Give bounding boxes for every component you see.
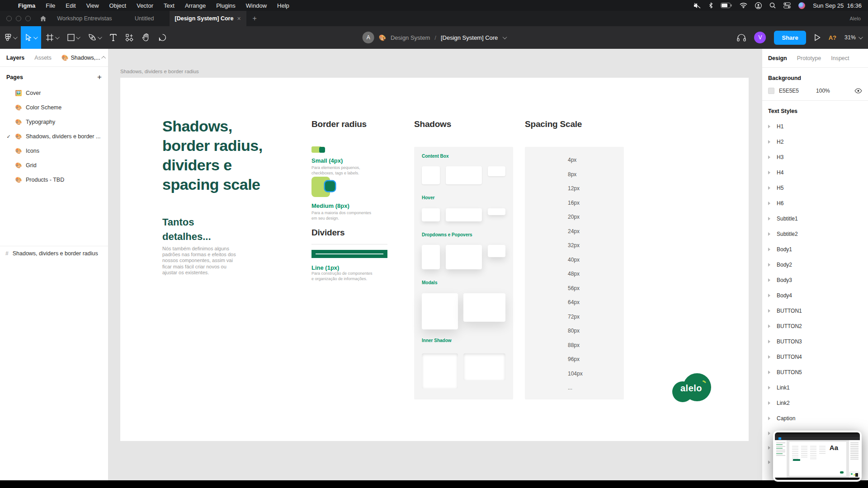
zoom-window-button[interactable] bbox=[25, 16, 31, 21]
tab-assets[interactable]: Assets bbox=[34, 55, 52, 61]
tab-design[interactable]: Design bbox=[768, 55, 787, 61]
chevron-down-icon[interactable] bbox=[98, 35, 102, 39]
radius-small-sample-overlay[interactable] bbox=[319, 147, 325, 153]
file-tab[interactable]: Untitled × bbox=[127, 11, 170, 26]
disclosure-triangle-icon[interactable] bbox=[768, 446, 770, 450]
shadow-sample[interactable] bbox=[422, 353, 458, 389]
disclosure-triangle-icon[interactable] bbox=[768, 371, 770, 374]
zoom-menu[interactable]: 31% bbox=[844, 34, 862, 41]
tab-layers[interactable]: Layers bbox=[6, 55, 24, 61]
disclosure-triangle-icon[interactable] bbox=[768, 125, 770, 128]
text-style-row[interactable]: H4 bbox=[762, 165, 868, 180]
disclosure-triangle-icon[interactable] bbox=[768, 309, 770, 313]
shadow-sample[interactable] bbox=[463, 293, 505, 322]
selected-frame-row[interactable]: # Shadows, dividers e border radius bbox=[0, 246, 108, 260]
text-style-row[interactable]: Link1 bbox=[762, 380, 868, 395]
text-style-row[interactable]: Link2 bbox=[762, 395, 868, 411]
breadcrumb-project[interactable]: Design System bbox=[391, 34, 430, 41]
disclosure-triangle-icon[interactable] bbox=[768, 417, 770, 420]
shadow-sample[interactable] bbox=[446, 245, 482, 269]
text-style-row[interactable]: H3 bbox=[762, 150, 868, 165]
home-button[interactable] bbox=[36, 11, 50, 26]
text-style-row[interactable]: BUTTON3 bbox=[762, 334, 868, 349]
text-style-row[interactable]: Caption bbox=[762, 411, 868, 426]
missing-fonts-badge[interactable]: A? bbox=[829, 34, 836, 41]
text-style-row[interactable]: Subtitle1 bbox=[762, 211, 868, 226]
minimize-window-button[interactable] bbox=[16, 16, 21, 21]
shape-tool-button[interactable] bbox=[63, 26, 84, 49]
shadow-sample[interactable] bbox=[463, 353, 505, 380]
main-menu-button[interactable] bbox=[0, 26, 21, 49]
page-row[interactable]: ✓ 🎨 Products - TBD bbox=[0, 173, 108, 187]
battery-icon[interactable] bbox=[721, 3, 732, 8]
color-swatch[interactable] bbox=[768, 88, 774, 94]
menu-item[interactable]: Object bbox=[109, 2, 127, 9]
shadow-sample[interactable] bbox=[488, 166, 505, 176]
chevron-down-icon[interactable] bbox=[76, 35, 80, 39]
text-style-row[interactable]: Body4 bbox=[762, 288, 868, 303]
menu-item[interactable]: Help bbox=[277, 2, 289, 9]
menu-item[interactable]: Window bbox=[246, 2, 267, 9]
bluetooth-icon[interactable] bbox=[709, 2, 713, 9]
disclosure-triangle-icon[interactable] bbox=[768, 401, 770, 405]
menu-bar-clock[interactable]: Sun Sep 25 16:36 bbox=[813, 2, 862, 9]
disclosure-triangle-icon[interactable] bbox=[768, 232, 770, 236]
background-hex-value[interactable]: E5E5E5 bbox=[779, 88, 799, 94]
current-user-avatar[interactable]: V bbox=[754, 32, 766, 43]
menu-item[interactable]: Text bbox=[164, 2, 175, 9]
divider-sample[interactable] bbox=[311, 250, 387, 258]
text-tool-button[interactable] bbox=[105, 26, 121, 49]
page-row[interactable]: ✓ 🎨 Grid bbox=[0, 158, 108, 173]
menu-item[interactable]: Vector bbox=[137, 2, 153, 9]
text-style-row[interactable]: Body1 bbox=[762, 242, 868, 257]
text-style-row[interactable]: Body3 bbox=[762, 272, 868, 288]
disclosure-triangle-icon[interactable] bbox=[768, 155, 770, 159]
add-page-button[interactable]: + bbox=[97, 73, 102, 82]
text-style-row[interactable]: Subtitle2 bbox=[762, 226, 868, 242]
chevron-down-icon[interactable] bbox=[55, 35, 60, 39]
radius-medium-sample-selected[interactable] bbox=[325, 181, 335, 191]
menu-item[interactable]: Arrange bbox=[185, 2, 206, 9]
comment-tool-button[interactable] bbox=[154, 26, 171, 49]
page-row[interactable]: ✓ 🎨 Color Scheme bbox=[0, 100, 108, 115]
disclosure-triangle-icon[interactable] bbox=[768, 202, 770, 205]
menu-item[interactable]: File bbox=[46, 2, 55, 9]
canvas[interactable]: Shadows, dividers e border radius Shadow… bbox=[108, 49, 762, 480]
move-tool-button[interactable] bbox=[21, 26, 41, 49]
text-style-row[interactable]: BUTTON2 bbox=[762, 319, 868, 334]
disclosure-triangle-icon[interactable] bbox=[768, 278, 770, 282]
disclosure-triangle-icon[interactable] bbox=[768, 140, 770, 144]
disclosure-triangle-icon[interactable] bbox=[768, 294, 770, 297]
window-controls[interactable] bbox=[0, 11, 36, 26]
disclosure-triangle-icon[interactable] bbox=[768, 248, 770, 251]
menu-item[interactable]: Edit bbox=[66, 2, 75, 9]
disclosure-triangle-icon[interactable] bbox=[768, 171, 770, 174]
disclosure-triangle-icon[interactable] bbox=[768, 263, 770, 267]
disclosure-triangle-icon[interactable] bbox=[768, 386, 770, 389]
text-style-row[interactable]: Body2 bbox=[762, 257, 868, 272]
menu-item[interactable]: Figma bbox=[18, 2, 35, 9]
resources-tool-button[interactable] bbox=[121, 26, 138, 49]
present-button[interactable] bbox=[814, 34, 821, 41]
screen-share-preview-window[interactable]: Aa bbox=[773, 431, 862, 482]
background-opacity[interactable]: 100% bbox=[816, 88, 830, 94]
breadcrumb-file-name[interactable]: [Design System] Core bbox=[441, 34, 498, 41]
file-tab[interactable]: [Design System] Core × bbox=[170, 11, 246, 26]
page-row[interactable]: ✓ 🎨 Shadows, dividers e border ... bbox=[0, 129, 108, 144]
tab-prototype[interactable]: Prototype bbox=[797, 55, 821, 61]
frame-tool-button[interactable] bbox=[41, 26, 63, 49]
shadow-sample[interactable] bbox=[422, 208, 440, 221]
close-tab-icon[interactable]: × bbox=[237, 15, 241, 22]
current-page-chip[interactable]: 🎨 Shadows,... bbox=[61, 54, 106, 61]
text-style-row[interactable]: BUTTON1 bbox=[762, 303, 868, 319]
file-tab[interactable]: Workshop Entrevistas × bbox=[50, 11, 127, 26]
visibility-toggle-icon[interactable] bbox=[854, 88, 862, 94]
search-icon[interactable] bbox=[769, 2, 776, 9]
text-style-row[interactable]: H5 bbox=[762, 180, 868, 196]
wifi-icon[interactable] bbox=[740, 3, 747, 8]
user-icon[interactable] bbox=[755, 2, 762, 9]
disclosure-triangle-icon[interactable] bbox=[768, 340, 770, 343]
shadow-sample[interactable] bbox=[422, 166, 440, 184]
mute-icon[interactable] bbox=[693, 3, 701, 9]
shadow-sample[interactable] bbox=[446, 208, 482, 221]
